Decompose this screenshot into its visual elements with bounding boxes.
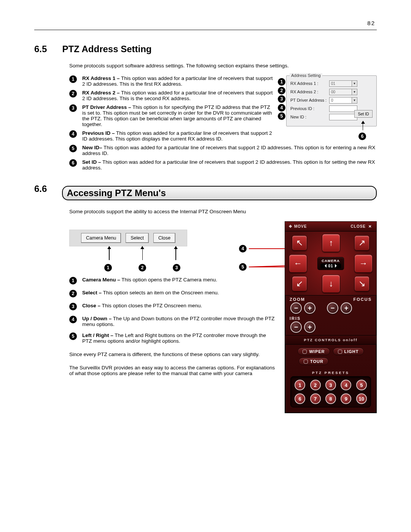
bullet-2: 2 bbox=[69, 290, 77, 297]
arrow-down-right-icon: ↘ bbox=[358, 279, 365, 289]
toolbar-bullet-3: 3 bbox=[173, 264, 180, 272]
arrow-right-icon: → bbox=[359, 259, 368, 268]
arrow-down-left-icon: ↙ bbox=[296, 279, 303, 289]
wiper-button[interactable]: WIPER bbox=[298, 348, 330, 355]
checkbox-icon bbox=[303, 350, 307, 354]
section-6-5-list: 1 RX Address 1 – This option was added f… bbox=[69, 75, 274, 145]
bullet-4: 4 bbox=[69, 316, 77, 323]
section-6-6-intro: Some protocols support the ability to ac… bbox=[69, 209, 377, 214]
callout-arrow bbox=[109, 246, 110, 260]
preset-grid: 1 2 3 4 5 6 7 8 9 10 bbox=[290, 376, 371, 407]
ptz-controller-panel: ✥ MOVE CLOSE✕ ↖ ↑ ↗ ← → ↙ ↓ ↘ CAMERA 01 … bbox=[285, 221, 377, 413]
arrow-up-left-icon: ↖ bbox=[296, 238, 303, 248]
dpad-left[interactable]: ← bbox=[289, 254, 307, 273]
close-button[interactable]: Close bbox=[153, 233, 175, 243]
section-title-66: Accessing PTZ Menu's bbox=[67, 188, 166, 198]
section-6-6-p1: Since every PTZ camera is different, the… bbox=[69, 351, 277, 357]
toolbar-bullet-2: 2 bbox=[139, 264, 146, 272]
select-button[interactable]: Select bbox=[126, 233, 149, 243]
bullet-2: 2 bbox=[69, 90, 77, 97]
rx1-label: RX Address 1 : bbox=[290, 81, 329, 86]
preset-7[interactable]: 7 bbox=[310, 393, 321, 404]
address-setting-panel-wrap: 1 2 3 4 5 Address Setting RX Address 1 :… bbox=[278, 75, 377, 145]
preset-1[interactable]: 1 bbox=[295, 380, 305, 390]
presets-label: PTZ PRESETS bbox=[285, 368, 376, 376]
section-6-6-list: 1 Camera Menu – This option opens the PT… bbox=[69, 277, 277, 344]
callout-arrow bbox=[363, 121, 363, 130]
dpad-up-left[interactable]: ↖ bbox=[292, 235, 307, 251]
iris-label: IRIS bbox=[290, 316, 301, 321]
section-6-6-p2: The Surveillix DVR provides an easy way … bbox=[69, 365, 277, 376]
bullet-4: 4 bbox=[69, 130, 77, 138]
arrow-down-icon: ↓ bbox=[329, 279, 333, 289]
toolbar-bullet-1: 1 bbox=[104, 264, 112, 272]
preset-9[interactable]: 9 bbox=[341, 393, 351, 404]
zoom-out-button[interactable]: − bbox=[290, 302, 302, 314]
focus-in-button[interactable]: + bbox=[341, 302, 352, 314]
dpad-center[interactable]: CAMERA 01 bbox=[317, 257, 344, 270]
preset-6[interactable]: 6 bbox=[295, 393, 305, 404]
focus-out-button[interactable]: − bbox=[327, 302, 338, 314]
light-button[interactable]: LIGHT bbox=[333, 348, 364, 355]
callout-arrow bbox=[175, 246, 176, 260]
callout-arrow bbox=[142, 246, 143, 260]
dpad-down[interactable]: ↓ bbox=[322, 275, 340, 293]
dpad-down-left[interactable]: ↙ bbox=[292, 276, 307, 291]
bullet-1: 1 bbox=[69, 277, 77, 284]
checkbox-icon bbox=[338, 350, 342, 354]
dpad-right[interactable]: → bbox=[354, 254, 373, 273]
zoom-in-button[interactable]: + bbox=[304, 302, 315, 314]
bullet-3: 3 bbox=[69, 104, 77, 112]
close-icon: ✕ bbox=[367, 224, 373, 229]
preset-3[interactable]: 3 bbox=[325, 380, 336, 390]
preset-5[interactable]: 5 bbox=[356, 380, 367, 390]
pt-label: PT Driver Address : bbox=[290, 98, 329, 102]
ptz-bullet-4: 4 bbox=[239, 245, 247, 252]
close-panel-button[interactable]: CLOSE✕ bbox=[351, 224, 373, 229]
panel-bullet-6: 6 bbox=[358, 133, 366, 140]
prev-label: Previous ID : bbox=[290, 106, 329, 111]
panel-bullet-1: 1 bbox=[278, 78, 285, 86]
section-number: 6.5 bbox=[34, 44, 47, 54]
iris-open-button[interactable]: + bbox=[304, 321, 315, 333]
bullet-6: 6 bbox=[69, 159, 77, 167]
iris-close-button[interactable]: − bbox=[290, 321, 302, 333]
page-number: 82 bbox=[367, 20, 375, 26]
bullet-1: 1 bbox=[69, 75, 77, 83]
pt-dropdown[interactable]: 0▼ bbox=[329, 97, 357, 104]
camera-next-icon bbox=[335, 264, 339, 268]
section-6-5-heading: 6.5 PTZ Address Setting bbox=[34, 44, 377, 54]
checkbox-icon bbox=[304, 359, 308, 364]
arrow-left-icon: ← bbox=[294, 259, 302, 268]
move-handle[interactable]: ✥ MOVE bbox=[289, 224, 307, 228]
chevron-down-icon: ▼ bbox=[352, 89, 357, 95]
dpad-up-right[interactable]: ↗ bbox=[354, 235, 370, 251]
prev-id-field[interactable] bbox=[329, 105, 357, 112]
set-id-button[interactable]: Set ID bbox=[354, 110, 373, 118]
section-6-5-intro: Some protocols support software address … bbox=[69, 63, 377, 69]
preset-2[interactable]: 2 bbox=[310, 380, 321, 390]
preset-8[interactable]: 8 bbox=[325, 393, 336, 404]
preset-4[interactable]: 4 bbox=[341, 380, 351, 390]
rx2-label: RX Address 2 : bbox=[290, 89, 329, 94]
dpad-up[interactable]: ↑ bbox=[322, 234, 340, 252]
rx2-dropdown[interactable]: 00▼ bbox=[329, 89, 357, 95]
new-id-field[interactable] bbox=[329, 114, 357, 120]
focus-label: FOCUS bbox=[354, 297, 372, 302]
camera-prev-icon bbox=[323, 264, 327, 268]
address-setting-panel: Address Setting RX Address 1 : 01▼ RX Ad… bbox=[286, 75, 377, 126]
preset-10[interactable]: 10 bbox=[356, 393, 367, 404]
newid-label: New ID : bbox=[290, 115, 329, 119]
camera-menu-button[interactable]: Camera Menu bbox=[81, 233, 121, 243]
panel-bullet-2: 2 bbox=[278, 87, 285, 94]
top-rule bbox=[34, 30, 377, 30]
dpad-down-right[interactable]: ↘ bbox=[354, 276, 370, 291]
arrow-up-icon: ↑ bbox=[329, 238, 333, 248]
tour-button[interactable]: TOUR bbox=[299, 358, 328, 365]
bullet-5: 5 bbox=[69, 145, 77, 152]
bullet-3: 3 bbox=[69, 303, 77, 310]
ptz-bullet-5: 5 bbox=[239, 263, 247, 271]
ptz-controls-toggle[interactable]: PTZ CONTROLS on/off bbox=[285, 335, 376, 345]
section-number-66: 6.6 bbox=[34, 184, 47, 194]
rx1-dropdown[interactable]: 01▼ bbox=[329, 80, 357, 87]
